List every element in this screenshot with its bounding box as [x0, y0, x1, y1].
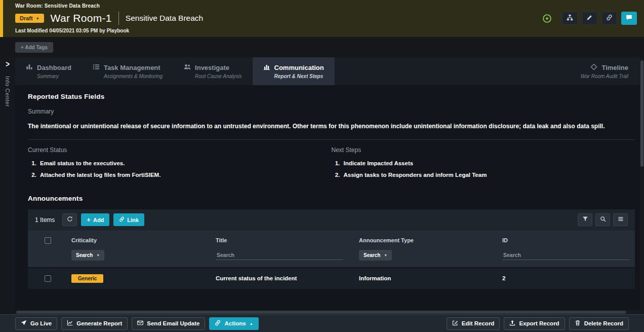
- add-announcement-button[interactable]: + Add: [81, 213, 109, 226]
- add-button-label: Add: [93, 217, 104, 223]
- page-title: War Room-1: [51, 12, 112, 24]
- tab-investigate[interactable]: Investigate Root Cause Analysis: [173, 57, 252, 85]
- tab-communication[interactable]: Communication Report & Next Steps: [253, 57, 335, 85]
- column-header-type: Announcement Type: [355, 231, 498, 247]
- next-steps-list: Indicate Impacted Assets Assign tasks to…: [342, 160, 635, 178]
- expand-info-center-icon[interactable]: >: [6, 59, 10, 69]
- hamburger-icon: [618, 216, 624, 224]
- status-badge-dropdown[interactable]: Draft ▼: [15, 14, 44, 23]
- criticality-filter-dropdown[interactable]: Search ▼: [71, 250, 104, 261]
- announcements-heading: Announcements: [28, 195, 635, 202]
- copy-link-button[interactable]: [601, 12, 617, 25]
- criticality-cell: Generic: [67, 268, 212, 289]
- tab-task-management[interactable]: Task Management Assignments & Monitoring: [82, 57, 173, 85]
- communication-tab-content: Reported Status Fields Summary The inten…: [15, 85, 644, 310]
- edit-square-icon: [452, 320, 458, 327]
- filter-empty-cell: [28, 247, 67, 267]
- tab-label: Communication: [274, 64, 324, 71]
- status-columns: Current Status Email status to the execu…: [28, 146, 635, 183]
- type-filter-cell: Search ▼: [355, 247, 498, 267]
- export-record-button[interactable]: Export Record: [504, 317, 565, 330]
- tab-timeline[interactable]: Timeline War Room Audit Trail: [570, 57, 639, 85]
- current-status-column: Current Status Email status to the execu…: [28, 146, 332, 183]
- tab-subtitle: Assignments & Monitoring: [93, 73, 163, 79]
- comments-panel-button[interactable]: [621, 12, 637, 25]
- type-filter-dropdown[interactable]: Search ▼: [359, 250, 392, 261]
- tab-subtitle: War Room Audit Trail: [581, 73, 628, 79]
- link-button-label: Link: [127, 217, 139, 223]
- add-tags-button[interactable]: + Add Tags: [15, 42, 53, 53]
- items-count: 1 Items: [35, 216, 55, 224]
- horizontal-scrollbar-thumb[interactable]: [16, 311, 626, 314]
- link-icon: [215, 320, 221, 327]
- row-checkbox[interactable]: [45, 275, 51, 282]
- refresh-button[interactable]: [62, 213, 77, 226]
- select-all-checkbox[interactable]: [45, 237, 51, 244]
- assign-members-button[interactable]: [562, 12, 578, 25]
- table-toolbar: 1 Items + Add Link: [28, 209, 635, 231]
- vertical-scrollbar-thumb[interactable]: [640, 60, 643, 167]
- column-chart-icon: [263, 63, 270, 72]
- column-settings-button[interactable]: [613, 213, 628, 226]
- export-record-label: Export Record: [519, 320, 559, 326]
- pencil-icon: [586, 14, 593, 22]
- next-steps-label: Next Steps: [332, 146, 635, 154]
- caret-down-icon: ▼: [96, 253, 100, 257]
- list-item: Email status to the executives.: [38, 160, 332, 166]
- upload-icon: [509, 320, 515, 327]
- current-status-label: Current Status: [28, 146, 332, 154]
- page-subtitle: Sensitive Data Breach: [126, 14, 203, 23]
- horizontal-scrollbar: [15, 310, 644, 314]
- link-announcement-button[interactable]: Link: [113, 213, 144, 226]
- link-icon: [606, 14, 613, 22]
- edit-war-room-button[interactable]: [582, 12, 597, 25]
- list-item: Indicate Impacted Assets: [342, 160, 635, 166]
- tab-subtitle: Root Cause Analysis: [184, 73, 242, 79]
- send-email-update-label: Send Email Update: [147, 320, 199, 326]
- filter-button[interactable]: [578, 213, 592, 226]
- generate-report-button[interactable]: Generate Report: [61, 317, 128, 330]
- filter-label: Search: [76, 252, 93, 258]
- id-filter-input[interactable]: [502, 250, 630, 260]
- next-steps-column: Next Steps Indicate Impacted Assets Assi…: [332, 146, 635, 183]
- timeline-diamond-icon: [590, 63, 597, 72]
- war-room-page: War Room: Sensitive Data Breach Draft ▼ …: [0, 0, 644, 332]
- announcements-table: 1 Items + Add Link: [28, 209, 635, 289]
- id-filter-cell: [498, 247, 635, 267]
- reported-status-heading: Reported Status Fields: [28, 93, 635, 100]
- caret-down-icon: ▼: [384, 253, 387, 257]
- delete-record-button[interactable]: Delete Record: [569, 317, 629, 330]
- title-filter-input[interactable]: [216, 250, 343, 260]
- summary-label: Summary: [28, 108, 635, 115]
- actions-menu-button[interactable]: Actions ▲: [209, 317, 258, 330]
- war-room-header: War Room: Sensitive Data Breach Draft ▼ …: [0, 0, 644, 37]
- war-room-tabs: Dashboard Summary Task Management Assign…: [15, 57, 644, 85]
- breadcrumb: War Room: Sensitive Data Breach: [15, 3, 203, 9]
- search-button[interactable]: [595, 213, 610, 226]
- header-checkbox-cell: [28, 231, 67, 247]
- tab-dashboard[interactable]: Dashboard Summary: [15, 57, 82, 85]
- tab-label: Dashboard: [37, 64, 71, 71]
- trash-icon: [575, 320, 581, 327]
- envelope-icon: [137, 320, 143, 327]
- table-row[interactable]: Generic Current status of the incident I…: [28, 267, 635, 289]
- status-badge-label: Draft: [20, 15, 33, 21]
- main-column: Dashboard Summary Task Management Assign…: [15, 57, 644, 314]
- section-divider: [28, 139, 635, 140]
- edit-record-label: Edit Record: [462, 320, 495, 326]
- edit-record-button[interactable]: Edit Record: [447, 317, 500, 330]
- plus-icon: +: [87, 216, 91, 223]
- go-live-button[interactable]: Go Live: [15, 317, 57, 330]
- criticality-filter-cell: Search ▼: [67, 247, 212, 267]
- list-icon: [93, 63, 100, 72]
- column-header-title: Title: [212, 231, 355, 247]
- header-actions: [542, 3, 637, 33]
- title-filter-cell: [212, 247, 355, 267]
- tab-subtitle: Summary: [26, 73, 71, 79]
- funnel-icon: [582, 216, 588, 224]
- send-email-update-button[interactable]: Send Email Update: [132, 317, 205, 330]
- caret-down-icon: ▼: [36, 17, 39, 20]
- tab-subtitle: Report & Next Steps: [263, 73, 324, 79]
- vertical-scrollbar: [640, 57, 644, 310]
- toolbar-right: [578, 213, 628, 226]
